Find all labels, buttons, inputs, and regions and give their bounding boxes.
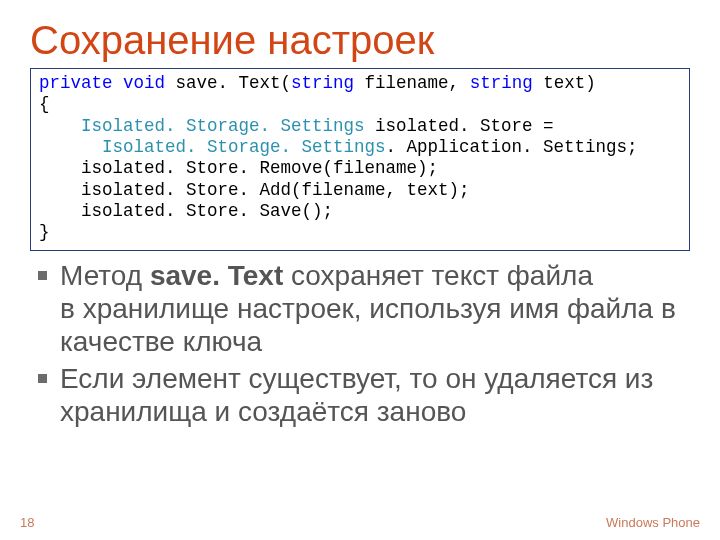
code-text: isolated. Store = [365,116,554,136]
list-item: Если элемент существует, то он удаляется… [34,362,690,428]
bullet-strong: save. Text [150,260,283,291]
bullet-list: Метод save. Text сохраняет текст файла в… [34,259,690,428]
page-number: 18 [20,515,34,530]
code-block: private void save. Text(string filename,… [30,68,690,251]
code-text: } [39,222,50,242]
code-text: isolated. Store. Remove(filename); [39,158,438,178]
bullet-text: Если элемент существует, то он удаляется… [60,363,653,427]
code-type: string [470,73,533,93]
code-text: save. Text( [165,73,291,93]
code-text: isolated. Store. Save(); [39,201,333,221]
bullet-text: Метод [60,260,150,291]
code-text [39,116,81,136]
code-type: string [291,73,354,93]
list-item: Метод save. Text сохраняет текст файла в… [34,259,690,358]
code-text [39,137,102,157]
code-text: isolated. Store. Add(filename, text); [39,180,470,200]
code-type: Isolated. Storage. Settings [81,116,365,136]
slide: Сохранение настроек private void save. T… [0,0,720,540]
code-text: text) [533,73,596,93]
code-text: { [39,94,50,114]
code-text: filename, [354,73,470,93]
code-text: . Application. Settings; [386,137,638,157]
code-keyword: private [39,73,113,93]
brand-label: Windows Phone [606,515,700,530]
page-title: Сохранение настроек [30,18,690,62]
code-keyword: void [123,73,165,93]
code-type: Isolated. Storage. Settings [102,137,386,157]
